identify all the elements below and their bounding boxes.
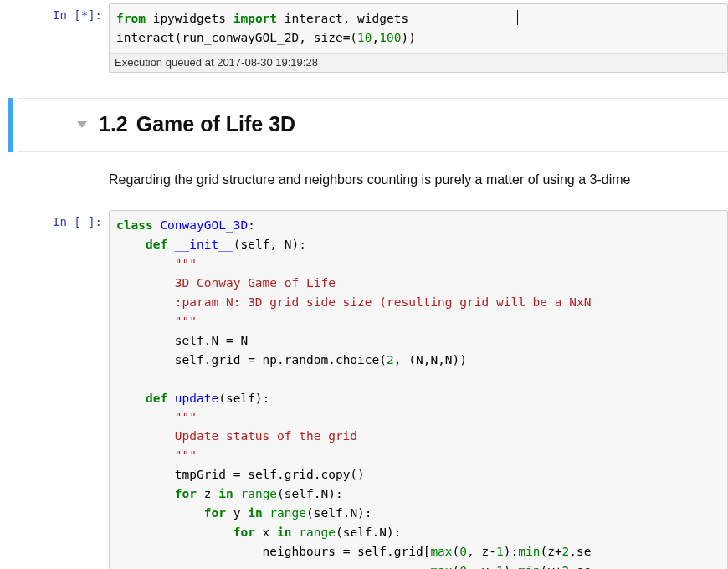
kw-def: def [116,392,167,405]
kw-for: for [116,525,255,539]
docstring-quote: """ [116,410,197,423]
docstring-line: :param N: 3D grid side size (resulting g… [116,295,591,309]
import-list: interact, widgets [277,12,408,25]
docstring-quote: """ [116,257,197,270]
builtin-range: range [299,525,336,539]
class-name: ConwayGOL_3D [153,218,249,232]
num-100: 100 [379,31,401,44]
kw-in: in [248,506,262,520]
input-prompt: In [ ]: [0,210,109,569]
section-title: Game of Life 3D [136,112,295,136]
chevron-down-icon[interactable] [77,121,87,128]
code-editor[interactable]: class ConwayGOL_3D: def __init__(self, N… [110,211,727,569]
kw-for: for [116,506,226,520]
section-number: 1.2 [99,112,128,136]
markdown-heading-cell[interactable]: 1.2Game of Life 3D [0,98,728,152]
docstring-line: Update status of the grid [116,429,357,443]
builtin-min: min [518,545,540,558]
docstring-line: 3D Conway Game of Life [116,276,336,290]
code-cell-running: In [*]: from ipywidgets import interact,… [0,2,728,73]
paren-close: )) [402,31,416,44]
fn-init: __init__ [167,238,233,251]
code-input-area[interactable]: class ConwayGOL_3D: def __init__(self, N… [109,210,728,569]
markdown-paragraph: Regarding the grid structure and neighbo… [109,171,728,189]
docstring-quote: """ [116,315,197,328]
kw-in: in [277,525,291,539]
builtin-max: max [430,564,452,569]
fn-update: update [167,392,218,405]
kw-class: class [116,218,153,232]
text-cursor-icon [517,10,518,25]
builtin-range: range [269,506,306,520]
cell-selected-indicator [8,98,13,152]
builtin-range: range [240,487,277,500]
docstring-quote: """ [116,449,197,462]
builtin-min: min [518,564,540,569]
module-name: ipywidgets [146,12,233,25]
kw-in: in [218,487,233,500]
code-editor[interactable]: from ipywidgets import interact, widgets… [110,4,727,53]
code-cell-idle: In [ ]: class ConwayGOL_3D: def __init__… [0,210,728,569]
paren-open: ( [350,31,357,44]
input-prompt: In [*]: [0,3,109,73]
section-heading: 1.2Game of Life 3D [99,112,295,136]
code-input-area[interactable]: from ipywidgets import interact, widgets… [109,3,728,73]
builtin-max: max [430,545,452,558]
kw-from: from [116,12,146,25]
num-10: 10 [357,31,372,44]
kw-def: def [116,238,167,251]
code-text: interact(run_conwayGOL_2D, size [116,31,343,44]
execution-queued-bar: Execution queued at 2017-08-30 19:19:28 [110,53,727,72]
comma: , [372,31,380,44]
kw-for: for [116,487,197,500]
kw-import: import [233,12,277,25]
